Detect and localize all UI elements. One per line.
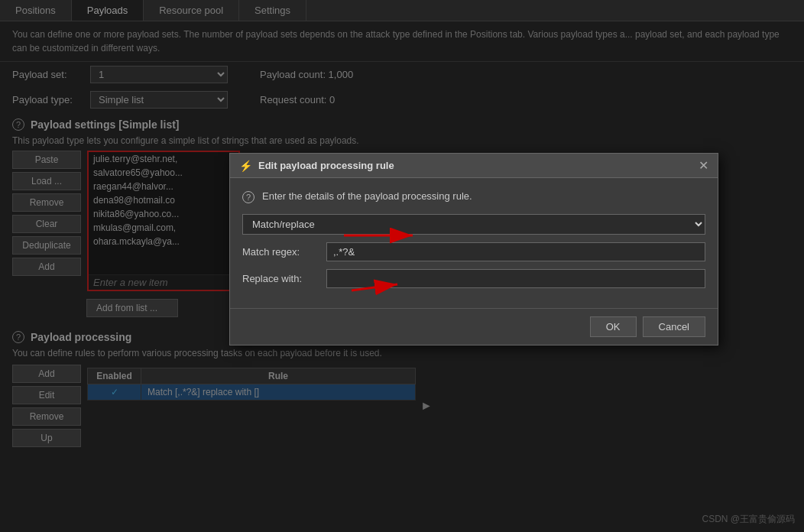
cancel-button[interactable]: Cancel: [643, 316, 705, 337]
replace-with-label: Replace with:: [242, 273, 319, 284]
modal-title: ⚡ Edit payload processing rule: [239, 160, 394, 172]
match-regex-label: Match regex:: [242, 246, 319, 258]
modal-type-select[interactable]: Match/replace: [242, 214, 705, 235]
modal-titlebar: ⚡ Edit payload processing rule ✕: [230, 154, 718, 178]
modal-close-button[interactable]: ✕: [699, 158, 708, 173]
modal-info: ? Enter the details of the payload proce…: [242, 190, 705, 203]
modal-footer: OK Cancel: [230, 308, 718, 345]
lightning-icon: ⚡: [239, 160, 252, 172]
modal-match-regex-row: Match regex:: [242, 242, 705, 261]
match-regex-input[interactable]: [326, 242, 705, 261]
ok-button[interactable]: OK: [590, 316, 637, 337]
modal-body: ? Enter the details of the payload proce…: [230, 178, 718, 308]
modal-type-row: Match/replace: [242, 214, 705, 235]
edit-processing-rule-modal: ⚡ Edit payload processing rule ✕ ? Enter…: [229, 153, 718, 345]
modal-help-icon: ?: [242, 191, 254, 203]
replace-with-input[interactable]: [326, 269, 705, 288]
modal-replace-with-row: Replace with:: [242, 269, 705, 288]
